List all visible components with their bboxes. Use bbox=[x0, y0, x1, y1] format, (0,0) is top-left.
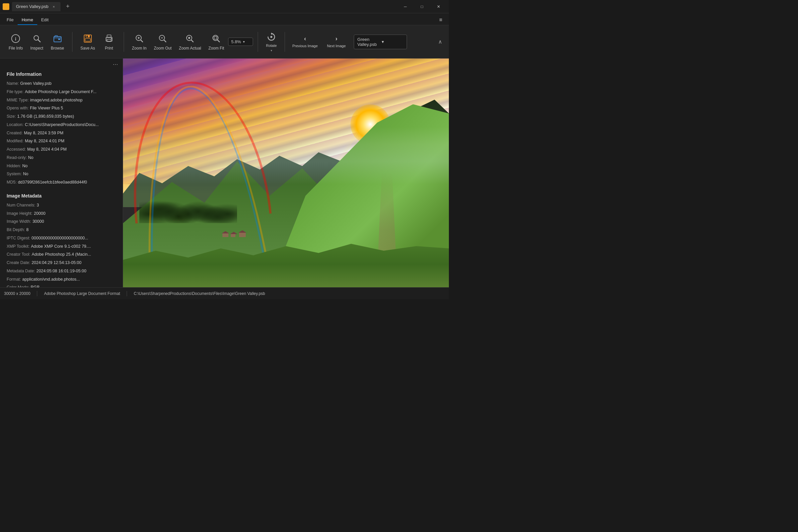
meta-label-height: Image Height: bbox=[7, 210, 33, 217]
svg-line-18 bbox=[141, 40, 142, 42]
info-row-size: Size: 1.76 GB (1,890,659,035 bytes) bbox=[0, 112, 123, 121]
info-label-modified: Modified: bbox=[7, 138, 24, 144]
minimize-button[interactable]: ─ bbox=[398, 1, 413, 12]
svg-line-21 bbox=[164, 40, 166, 42]
info-row-hidden: Hidden: No bbox=[0, 162, 123, 170]
info-value-name: Green Valley.psb bbox=[20, 80, 52, 87]
panel-options-button[interactable]: ⋯ bbox=[113, 61, 119, 68]
info-value-created: May 8, 2024 3:59 PM bbox=[24, 130, 63, 136]
image-view-area[interactable] bbox=[123, 58, 449, 287]
info-label-size: Size: bbox=[7, 113, 16, 120]
image-metadata-section-title: Image Metadata bbox=[0, 192, 123, 201]
meta-label-format: Format: bbox=[7, 276, 21, 283]
info-label-readonly: Read-only: bbox=[7, 155, 26, 161]
info-label-mimetype: MIME Type: bbox=[7, 97, 28, 103]
zoom-dropdown[interactable]: 5.8% ▾ bbox=[228, 38, 253, 46]
title-bar: Green Valley.psb × + ─ □ ✕ bbox=[0, 0, 449, 13]
file-info-rows: Name: Green Valley.psb File type: Adobe … bbox=[0, 79, 123, 187]
status-bar: 30000 x 20000 Adobe Photoshop Large Docu… bbox=[0, 287, 449, 299]
info-row-system: System: No bbox=[0, 170, 123, 178]
info-value-accessed: May 8, 2024 4:04 PM bbox=[27, 146, 67, 153]
maximize-button[interactable]: □ bbox=[414, 1, 430, 12]
meta-label-width: Image Width: bbox=[7, 218, 31, 225]
info-label-openswith: Opens with: bbox=[7, 105, 28, 111]
zoom-in-label: Zoom In bbox=[132, 46, 147, 51]
zoom-in-icon bbox=[134, 33, 145, 44]
meta-label-xmp: XMP Toolkit: bbox=[7, 243, 30, 250]
info-label-name: Name: bbox=[7, 80, 19, 87]
close-button[interactable]: ✕ bbox=[431, 1, 446, 12]
zoom-caret-icon: ▾ bbox=[243, 40, 250, 43]
meta-value-numchannels: 3 bbox=[37, 202, 39, 208]
next-image-button[interactable]: › Next Image bbox=[323, 33, 350, 50]
info-row-accessed: Accessed: May 8, 2024 4:04 PM bbox=[0, 145, 123, 154]
browse-label: Browse bbox=[51, 46, 64, 51]
collapse-toolbar-button[interactable]: ∧ bbox=[436, 37, 445, 46]
zoom-out-label: Zoom Out bbox=[154, 46, 172, 51]
meta-label-numchannels: Num Channels: bbox=[7, 202, 35, 208]
zoom-fit-icon bbox=[211, 33, 222, 44]
meta-value-createdate: 2024:04:29 12:54:13-05:00 bbox=[32, 260, 81, 266]
svg-point-29 bbox=[270, 36, 272, 38]
status-separator-2 bbox=[127, 291, 127, 296]
next-image-icon: › bbox=[336, 35, 338, 42]
info-row-mimetype: MIME Type: image/vnd.adobe.photoshop bbox=[0, 96, 123, 104]
info-value-filetype: Adobe Photoshop Large Document F... bbox=[25, 89, 96, 95]
rotate-icon bbox=[266, 32, 277, 42]
menu-edit[interactable]: Edit bbox=[37, 15, 53, 25]
left-panel[interactable]: ⋯ File Information Name: Green Valley.ps… bbox=[0, 58, 123, 287]
print-button[interactable]: Print bbox=[99, 31, 119, 53]
svg-line-24 bbox=[191, 40, 193, 42]
menu-file[interactable]: File bbox=[3, 15, 18, 25]
info-value-openswith: File Viewer Plus 5 bbox=[30, 105, 63, 111]
meta-value-width: 30000 bbox=[33, 218, 44, 225]
zoom-out-button[interactable]: Zoom Out bbox=[151, 31, 175, 53]
next-image-label: Next Image bbox=[327, 43, 346, 48]
svg-rect-1 bbox=[15, 37, 16, 38]
rotate-button[interactable]: Rotate ▾ bbox=[261, 30, 281, 54]
info-row-openswith: Opens with: File Viewer Plus 5 bbox=[0, 104, 123, 112]
previous-image-button[interactable]: ‹ Previous Image bbox=[288, 33, 322, 50]
zoom-actual-label: Zoom Actual bbox=[179, 46, 201, 51]
save-as-button[interactable]: Save As bbox=[77, 31, 98, 53]
zoom-actual-button[interactable]: Zoom Actual bbox=[175, 31, 205, 53]
print-label: Print bbox=[105, 46, 113, 51]
app-icon bbox=[3, 3, 9, 10]
svg-line-27 bbox=[217, 40, 220, 42]
svg-point-14 bbox=[111, 38, 112, 39]
previous-image-label: Previous Image bbox=[292, 43, 318, 48]
document-tab[interactable]: Green Valley.psb × bbox=[12, 2, 60, 11]
meta-value-xmp: Adobe XMP Core 9.1-c002 79.... bbox=[31, 243, 91, 250]
info-value-size: 1.76 GB (1,890,659,035 bytes) bbox=[17, 113, 74, 120]
tab-close-button[interactable]: × bbox=[51, 4, 57, 9]
zoom-in-button[interactable]: Zoom In bbox=[129, 31, 150, 53]
toolbar-group-zoom: Zoom In Zoom Out Zoom Actual bbox=[127, 31, 254, 53]
svg-rect-9 bbox=[85, 39, 91, 41]
file-selector-dropdown[interactable]: Green Valley.psb ▾ bbox=[354, 35, 407, 49]
new-tab-button[interactable]: + bbox=[63, 2, 73, 11]
meta-row-width: Image Width: 30000 bbox=[0, 217, 123, 226]
zoom-fit-button[interactable]: Zoom Fit bbox=[205, 31, 227, 53]
file-info-button[interactable]: File Info bbox=[5, 31, 26, 53]
previous-image-icon: ‹ bbox=[304, 35, 306, 42]
rotate-label: Rotate bbox=[266, 43, 277, 48]
info-label-location: Location: bbox=[7, 122, 24, 128]
inspect-button[interactable]: Inspect bbox=[27, 31, 47, 53]
panel-header: ⋯ bbox=[0, 58, 123, 70]
hamburger-menu-button[interactable]: ≡ bbox=[435, 15, 446, 25]
info-value-md5: dd3799f2861eefcb1bfee0aed88d44f0 bbox=[18, 179, 87, 186]
print-icon bbox=[104, 33, 114, 44]
info-row-name: Name: Green Valley.psb bbox=[0, 79, 123, 88]
file-selector-value: Green Valley.psb bbox=[358, 37, 379, 47]
browse-button[interactable]: Browse bbox=[48, 31, 68, 53]
toolbar-group-save: Save As Print bbox=[76, 31, 120, 53]
meta-row-createdate: Create Date: 2024:04:29 12:54:13-05:00 bbox=[0, 259, 123, 267]
svg-rect-26 bbox=[214, 37, 217, 39]
info-label-system: System: bbox=[7, 171, 22, 177]
zoom-actual-icon bbox=[185, 33, 195, 44]
menu-home[interactable]: Home bbox=[18, 15, 37, 25]
info-row-created: Created: May 8, 2024 3:59 PM bbox=[0, 129, 123, 137]
status-filepath: C:\Users\SharpenedProductions\Documents\… bbox=[134, 291, 265, 296]
meta-label-createdate: Create Date: bbox=[7, 260, 30, 266]
meta-row-iptc: IPTC Digest: 00000000000000000000000... bbox=[0, 234, 123, 242]
